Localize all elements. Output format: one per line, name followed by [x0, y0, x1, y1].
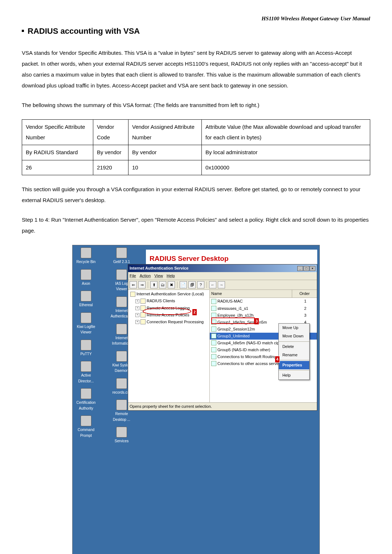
- desktop-icon[interactable]: Services: [115, 427, 128, 444]
- column-header-order[interactable]: Order: [292, 290, 317, 297]
- desktop-icon[interactable]: Command Prompt: [75, 415, 97, 438]
- section-title: RADIUS accounting with VSA: [22, 25, 370, 37]
- paragraph-4: Step 1 to 4: Run "Internet Authenticatio…: [22, 214, 370, 236]
- desktop-icon[interactable]: Getif 2.3.1: [113, 247, 130, 265]
- policy-list[interactable]: Name Order RADIUS-MAC1stressuses_i1_s12E…: [210, 290, 317, 402]
- desktop-icon[interactable]: Kiwi Logfile Viewer: [75, 312, 97, 335]
- toolbar-button[interactable]: ✖: [168, 281, 175, 288]
- menu-item[interactable]: View: [154, 274, 163, 278]
- cell: By RADIUS Standard: [22, 145, 93, 160]
- toolbar-button[interactable]: ⇒: [138, 281, 146, 288]
- toolbar-button[interactable]: ←: [209, 281, 216, 288]
- policy-name: Employee_i3h_s12h: [217, 312, 295, 319]
- toolbar-button[interactable]: ⬆: [150, 281, 158, 288]
- app-icon: [81, 269, 91, 280]
- context-menu-item[interactable]: Move Up: [279, 324, 309, 332]
- context-menu-item[interactable]: Help: [279, 371, 309, 379]
- desktop-icon[interactable]: Active Director...: [75, 361, 97, 384]
- policy-icon: [211, 347, 216, 352]
- cell: By vendor: [128, 145, 201, 160]
- window-controls[interactable]: _□×: [297, 265, 315, 271]
- desktop-icon[interactable]: Axon: [81, 269, 91, 287]
- column-header-name[interactable]: Name: [210, 290, 292, 297]
- cell-vsa-number: Vendor Specific Attribute Number: [22, 120, 93, 145]
- context-menu-item[interactable]: Rename: [279, 351, 309, 359]
- table-row: 26 21920 10 0x100000: [22, 160, 370, 175]
- menu-item[interactable]: Action: [140, 274, 151, 278]
- desktop-icon-label: Services: [115, 438, 128, 444]
- desktop-icon[interactable]: PuTTY: [80, 340, 91, 357]
- callout-badge-3: 3: [254, 318, 259, 325]
- desktop-icon-label: Command Prompt: [75, 427, 97, 438]
- app-icon: [81, 388, 91, 399]
- paragraph-2: The bellowing shows the summary of this …: [22, 100, 370, 111]
- maximize-icon[interactable]: □: [303, 266, 309, 271]
- desktop-icon-label: Certification Authority: [75, 400, 97, 411]
- table-row: By RADIUS Standard By vendor By vendor B…: [22, 145, 370, 160]
- policy-icon: [211, 306, 216, 311]
- ias-window: Internet Authentication Service _□× File…: [128, 264, 317, 411]
- tree-item-label: RADIUS Clients: [147, 298, 175, 304]
- toolbar-button[interactable]: 🗂: [159, 281, 166, 288]
- expander-icon[interactable]: +: [135, 320, 139, 324]
- status-bar: Opens property sheet for the current sel…: [128, 402, 317, 410]
- menu-item[interactable]: Help: [167, 274, 175, 278]
- app-icon: [81, 361, 91, 372]
- context-menu-item[interactable]: Properties: [279, 361, 309, 369]
- app-icon: [116, 324, 127, 335]
- policy-order: 2: [295, 305, 315, 312]
- context-menu-item[interactable]: Move Down: [279, 332, 309, 340]
- context-menu-item[interactable]: Delete: [279, 342, 309, 351]
- toolbar-button[interactable]: 🗐: [188, 281, 196, 288]
- vsa-table: Vendor Specific Attribute Number Vendor …: [22, 119, 370, 175]
- toolbar-button[interactable]: 📄: [180, 281, 187, 288]
- minimize-icon[interactable]: _: [297, 266, 303, 271]
- toolbar-button[interactable]: ?: [197, 281, 204, 288]
- desktop-icon-label: Active Director...: [75, 373, 97, 384]
- policy-icon: [211, 327, 216, 332]
- doc-header: HS1100 Wireless Hotspot Gateway User Man…: [22, 15, 370, 23]
- expander-icon[interactable]: +: [135, 306, 139, 310]
- tree-item[interactable]: +Remote Access Policies: [134, 312, 209, 319]
- folder-icon: [140, 312, 146, 317]
- menu-item[interactable]: File: [130, 274, 136, 278]
- policy-icon: [211, 354, 216, 359]
- menu-bar[interactable]: FileActionViewHelp: [128, 272, 317, 280]
- desktop-icon-label: Recycle Bin: [77, 259, 96, 265]
- desktop-icon[interactable]: Certification Authority: [75, 388, 97, 411]
- close-icon[interactable]: ×: [310, 266, 315, 271]
- app-icon: [116, 269, 127, 280]
- expander-icon[interactable]: +: [135, 299, 139, 303]
- paragraph-3: This section will guide you through a VS…: [22, 184, 370, 206]
- ias-toolbar[interactable]: ⇐⇒⬆🗂✖📄🗐?←→: [128, 280, 317, 290]
- context-menu[interactable]: Move UpMove DownDeleteRenamePropertiesHe…: [278, 323, 310, 379]
- screenshot-banner: RADIUS Server Desktop: [148, 253, 229, 264]
- tree-item[interactable]: +Connection Request Processing: [134, 319, 209, 325]
- desktop-icon[interactable]: Recycle Bin: [77, 247, 96, 265]
- app-icon: [116, 247, 127, 258]
- desktop-icon-label: Remote Desktop ...: [110, 411, 133, 422]
- desktop-icon[interactable]: Ethereal: [79, 291, 93, 308]
- policy-row[interactable]: Employee_i3h_s12h3: [210, 312, 317, 319]
- tree-item-label: Connection Request Processing: [147, 319, 204, 325]
- tree-item[interactable]: +Remote Access Logging: [134, 305, 209, 312]
- cell: 26: [22, 160, 93, 175]
- tree-root[interactable]: Internet Authentication Service (Local): [129, 291, 209, 297]
- app-icon: [81, 247, 91, 258]
- folder-icon: [140, 299, 146, 304]
- tree-item-label: Remote Access Policies: [147, 312, 189, 318]
- toolbar-button[interactable]: ⇐: [130, 281, 137, 288]
- cell: 10: [128, 160, 201, 175]
- tree-item[interactable]: +RADIUS Clients: [134, 297, 209, 304]
- toolbar-button[interactable]: →: [218, 281, 225, 288]
- ias-tree[interactable]: Internet Authentication Service (Local) …: [128, 290, 210, 402]
- ias-window-title: Internet Authentication Service: [130, 265, 188, 271]
- cell-vendor-attr: Vendor Assigned Attribute Number: [128, 120, 201, 145]
- expander-icon[interactable]: +: [135, 313, 139, 317]
- app-icon: [81, 312, 91, 323]
- policy-row[interactable]: stressuses_i1_s12: [210, 305, 317, 312]
- policy-order: 3: [295, 312, 315, 319]
- policy-icon: [211, 333, 216, 338]
- policy-row[interactable]: RADIUS-MAC1: [210, 298, 317, 305]
- paragraph-1: VSA stands for Vendor Specific Attribute…: [22, 48, 370, 91]
